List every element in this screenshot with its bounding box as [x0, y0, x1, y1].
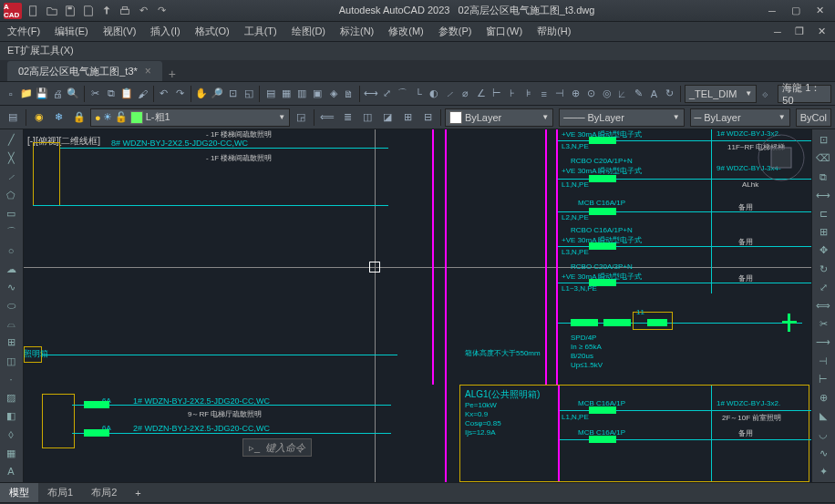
- menu-view[interactable]: 视图(V): [103, 25, 137, 38]
- sheet-icon[interactable]: ▣: [311, 84, 325, 104]
- construction-line-icon[interactable]: ╳: [0, 149, 22, 167]
- ellipse-arc-icon[interactable]: ⌓: [0, 315, 22, 333]
- layer-off-icon[interactable]: ◉: [30, 108, 48, 128]
- doc-minimize-button[interactable]: ─: [769, 24, 786, 40]
- menu-tools[interactable]: 工具(T): [244, 25, 277, 38]
- explode-icon[interactable]: ✦: [812, 463, 834, 480]
- layer-lock-icon[interactable]: 🔒: [70, 108, 88, 128]
- layer-freeze-icon[interactable]: ❄: [50, 108, 68, 128]
- fillet-icon[interactable]: ◡: [812, 426, 834, 443]
- dim-space-icon[interactable]: ≡: [537, 84, 551, 104]
- mtext-icon[interactable]: A: [0, 463, 22, 480]
- paste-icon[interactable]: 📋: [119, 84, 133, 104]
- layer-iso-icon[interactable]: ◫: [358, 108, 376, 128]
- menu-edit[interactable]: 编辑(E): [55, 25, 88, 38]
- dim-quick-icon[interactable]: ⊢: [490, 84, 504, 104]
- doc-close-button[interactable]: ✕: [813, 24, 830, 40]
- save-icon[interactable]: [62, 3, 78, 19]
- array-icon[interactable]: ⊞: [812, 223, 834, 241]
- menu-help[interactable]: 帮助(H): [537, 25, 571, 38]
- dimstyle-btn-icon[interactable]: ⟐: [758, 84, 772, 104]
- erase-icon[interactable]: ⌫: [812, 149, 834, 167]
- polyline-icon[interactable]: ⟋: [0, 168, 22, 185]
- table-icon[interactable]: ▦: [0, 444, 22, 461]
- region-icon[interactable]: ◊: [0, 426, 22, 443]
- rotate-icon[interactable]: ↻: [812, 260, 834, 277]
- copy-icon[interactable]: ⧉: [104, 84, 118, 104]
- command-line[interactable]: ▹_ 键入命令: [242, 438, 312, 457]
- plot-icon[interactable]: 🖨: [51, 84, 65, 104]
- dim-dia-icon[interactable]: ⌀: [459, 84, 472, 104]
- menu-insert[interactable]: 插入(I): [150, 25, 180, 38]
- layer-state-icon[interactable]: ≣: [338, 108, 356, 128]
- drawing-canvas[interactable]: [-][俯视][二维线框] 8# WDZN-BYJ-2X2.5-JDG20-CC…: [24, 129, 811, 482]
- menu-format[interactable]: 格式(O): [195, 25, 230, 38]
- dim-base-icon[interactable]: ⊦: [506, 84, 520, 104]
- inspect-icon[interactable]: ◎: [600, 84, 613, 104]
- blend-icon[interactable]: ∿: [812, 444, 834, 461]
- dim-ang-icon[interactable]: ∠: [474, 84, 488, 104]
- dim-cont-icon[interactable]: ⊧: [521, 84, 535, 104]
- viewcube[interactable]: [757, 133, 806, 182]
- new-drawing-icon[interactable]: ▫: [4, 84, 17, 104]
- undo2-icon[interactable]: ↶: [157, 84, 170, 104]
- maximize-button[interactable]: ▢: [788, 3, 804, 19]
- chamfer-icon[interactable]: ◣: [812, 407, 834, 425]
- break-point-icon[interactable]: ⊣: [812, 352, 834, 369]
- dcenter-icon[interactable]: ▦: [279, 84, 293, 104]
- offset-icon[interactable]: ⊏: [812, 205, 834, 222]
- dimstyle-dropdown[interactable]: _TEL_DIM▼: [685, 85, 757, 103]
- spline-icon[interactable]: ∿: [0, 279, 22, 296]
- center-icon[interactable]: ⊙: [584, 84, 598, 104]
- tpalette-icon[interactable]: ▥: [294, 84, 308, 104]
- make-block-icon[interactable]: ◫: [0, 352, 22, 369]
- revcloud-icon[interactable]: ☁: [0, 260, 22, 277]
- lineweight-dropdown[interactable]: ─ ByLayer▼: [690, 108, 790, 127]
- minimize-button[interactable]: ─: [764, 3, 780, 19]
- mirror-icon[interactable]: ⟷: [812, 187, 834, 204]
- document-tab[interactable]: 02高层公区电气施工图_t3* ×: [7, 61, 162, 81]
- add-tab-button[interactable]: +: [162, 67, 182, 81]
- dim-aligned-icon[interactable]: ⤢: [380, 84, 394, 104]
- add-layout-button[interactable]: +: [126, 485, 149, 501]
- dim-break-icon[interactable]: ⊣: [552, 84, 566, 104]
- open-icon[interactable]: [44, 3, 60, 19]
- app-logo[interactable]: A CAD: [4, 3, 22, 19]
- dimted-icon[interactable]: A: [647, 84, 661, 104]
- match-icon[interactable]: 🖌: [135, 84, 149, 104]
- menu-file[interactable]: 文件(F): [7, 25, 40, 38]
- insert-block-icon[interactable]: ⊞: [0, 334, 22, 351]
- polygon-icon[interactable]: ⬠: [0, 187, 22, 204]
- join-icon[interactable]: ⊕: [812, 389, 834, 406]
- zoom-icon[interactable]: 🔎: [211, 84, 224, 104]
- undo-icon[interactable]: ↶: [135, 3, 151, 19]
- stretch-icon[interactable]: ⟺: [812, 297, 834, 314]
- redo2-icon[interactable]: ↷: [173, 84, 187, 104]
- layer-walk-icon[interactable]: ◪: [378, 108, 397, 128]
- layer-merge-icon[interactable]: ⊞: [398, 108, 417, 128]
- trim-icon[interactable]: ✂: [812, 315, 834, 333]
- new-icon[interactable]: [26, 3, 42, 19]
- model-tab[interactable]: 模型: [0, 483, 38, 502]
- doc-restore-button[interactable]: ❐: [791, 24, 808, 40]
- layer-dropdown[interactable]: ● ☀ 🔓 L-粗1▼: [90, 108, 290, 127]
- save-drawing-icon[interactable]: 💾: [35, 84, 48, 104]
- dim-arc-icon[interactable]: ⌒: [396, 84, 409, 104]
- markup-icon[interactable]: ◈: [326, 84, 340, 104]
- layout2-tab[interactable]: 布局2: [82, 483, 126, 502]
- layer-make-icon[interactable]: ◲: [292, 108, 310, 128]
- move-icon[interactable]: ✥: [812, 242, 834, 259]
- share-icon[interactable]: [98, 3, 115, 19]
- gradient-icon[interactable]: ◧: [0, 407, 22, 425]
- dimjog-icon[interactable]: ⟀: [615, 84, 629, 104]
- layer-prev-icon[interactable]: ⟸: [318, 108, 336, 128]
- extend-icon[interactable]: ⟶: [812, 334, 834, 351]
- dim-jog-icon[interactable]: ⟋: [443, 84, 457, 104]
- tolerance-icon[interactable]: ⊕: [569, 84, 582, 104]
- close-button[interactable]: ✕: [811, 3, 828, 19]
- close-tab-icon[interactable]: ×: [145, 65, 151, 77]
- circle-icon[interactable]: ○: [0, 242, 22, 259]
- redo-icon[interactable]: ↷: [153, 3, 170, 19]
- dim-rad-icon[interactable]: ◐: [428, 84, 441, 104]
- ellipse-icon[interactable]: ⬭: [0, 297, 22, 314]
